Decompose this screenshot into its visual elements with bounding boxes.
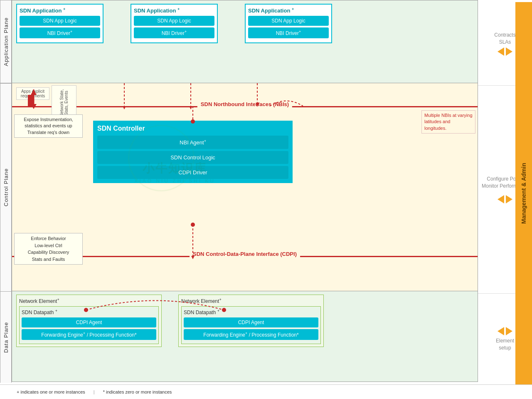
arrow-right-element xyxy=(506,327,512,335)
sdn-app-2-logic: SDN App Logic xyxy=(134,16,214,26)
sdn-app-3-nbi: NBI Driver+ xyxy=(248,27,329,38)
data-plane-area: Network Element+ SDN Datapath + CDPI Age… xyxy=(12,291,478,382)
nbi-label: SDN Northbound Interfaces (NBIs) xyxy=(197,101,292,107)
footer-note2: * indicates zero or more instances xyxy=(103,389,172,394)
apps-req-arrow-up xyxy=(31,89,37,107)
plane-labels-column: Application Plane Control Plane Data Pla… xyxy=(0,0,12,383)
fwd-engine-2: Forwarding Engine+ / Processing Function… xyxy=(184,329,318,340)
contracts-label: ContractsSLAs xyxy=(494,32,515,46)
nbi-agent: NBI Agent+ xyxy=(97,136,288,149)
sdn-app-3-title: SDN Application + xyxy=(248,7,329,14)
arrow-left-policy xyxy=(498,195,504,203)
sdn-controller-box: SDN Controller NBI Agent+ SDN Control Lo… xyxy=(93,121,293,183)
sdn-app-1-nbi: NBI Driver+ xyxy=(20,27,100,38)
ne-1-title: Network Element+ xyxy=(19,297,159,304)
sdn-app-box-3: SDN Application + SDN App Logic NBI Driv… xyxy=(245,4,332,43)
sdn-app-1-title: SDN Application + xyxy=(20,7,100,14)
footer: + indicates one or more instances | * in… xyxy=(0,384,532,399)
cdpi-agent-1: CDPI Agent xyxy=(22,317,156,327)
sdn-app-1-logic: SDN App Logic xyxy=(20,16,100,26)
arrow-left-contracts xyxy=(498,47,504,56)
application-plane-area: SDN Application + SDN App Logic NBI Driv… xyxy=(12,0,478,83)
sdn-app-2-nbi: NBI Driver+ xyxy=(134,27,214,38)
contracts-arrow xyxy=(498,47,512,56)
footer-divider: | xyxy=(94,389,95,394)
cdpi-label: SDN Control-Data-Plane Interface (CDPI) xyxy=(190,251,300,257)
cdpi-agent-2: CDPI Agent xyxy=(184,317,318,327)
ne-2-title: Network Element+ xyxy=(181,297,321,304)
sdn-app-2-title: SDN Application + xyxy=(134,7,214,14)
element-setup-label: Elementsetup xyxy=(496,337,514,352)
sdn-app-3-logic: SDN App Logic xyxy=(248,16,329,26)
data-plane-label: Data Plane xyxy=(0,291,12,383)
sdn-app-box-2: SDN Application + SDN App Logic NBI Driv… xyxy=(131,4,218,43)
control-plane-area: SDN Northbound Interfaces (NBIs) Apps ex… xyxy=(12,83,478,291)
application-plane-label: Application Plane xyxy=(0,0,12,83)
main-container: Application Plane Control Plane Data Pla… xyxy=(0,0,532,399)
expose-instr-annotation: Expose Instrumentation, statistics and e… xyxy=(14,114,83,138)
arrow-left-element xyxy=(498,327,504,335)
element-setup-arrow xyxy=(498,327,512,335)
diagram-area: SDN Application + SDN App Logic NBI Driv… xyxy=(12,0,478,383)
sdp-2-title: SDN Datapath + xyxy=(184,309,318,315)
sdn-app-box-1: SDN Application + SDN App Logic NBI Driv… xyxy=(16,4,103,43)
sdp-1-title: SDN Datapath + xyxy=(22,309,156,315)
sdn-control-logic: SDN Control Logic xyxy=(97,151,288,164)
arrow-right-contracts xyxy=(506,47,512,56)
svg-point-9 xyxy=(191,223,195,227)
right-sidebar: ContractsSLAs Configure PolicyMonitor Pe… xyxy=(478,2,532,385)
network-element-1: Network Element+ SDN Datapath + CDPI Age… xyxy=(16,295,162,347)
arrow-right-policy xyxy=(506,195,512,203)
network-element-2: Network Element+ SDN Datapath + CDPI Age… xyxy=(178,295,324,347)
control-plane-label: Control Plane xyxy=(0,83,12,291)
cdpi-driver: CDPI Driver xyxy=(97,166,288,179)
controller-title: SDN Controller xyxy=(97,125,288,132)
mgmt-admin-label: Management & Admin xyxy=(515,2,532,385)
footer-note1: + indicates one or more instances xyxy=(17,389,85,394)
configure-policy-arrow xyxy=(498,195,512,203)
sdn-datapath-1: SDN Datapath + CDPI Agent Forwarding Eng… xyxy=(19,306,159,344)
mgmt-admin-container: Management & Admin xyxy=(515,2,532,385)
enforce-annotation: Enforce BehaviorLow-level CtrlCapability… xyxy=(14,233,83,265)
fwd-engine-1: Forwarding Engine+ / Processing Function… xyxy=(22,329,156,340)
multiple-nbis-annotation: Multiple NBIs at varying latitudes and l… xyxy=(421,110,475,134)
sdn-datapath-2: SDN Datapath + CDPI Agent Forwarding Eng… xyxy=(181,306,321,344)
